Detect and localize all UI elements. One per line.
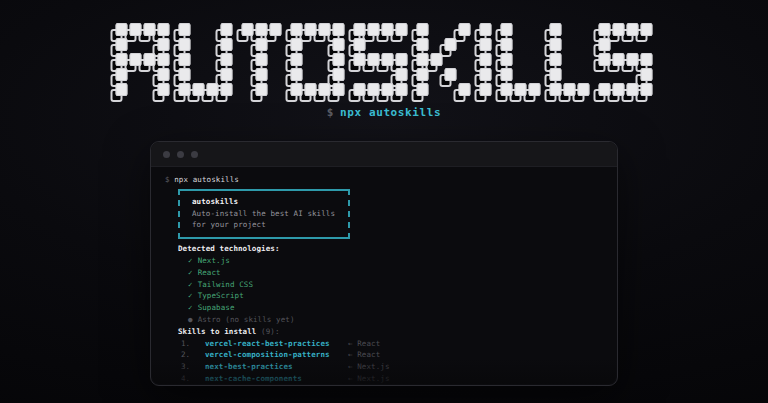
banner-title: autoskills xyxy=(192,196,336,208)
skill-name: next-cache-components xyxy=(205,373,348,385)
skill-number: 3. xyxy=(181,361,205,373)
banner-description-line2: for your project xyxy=(192,219,336,231)
tech-status-icon: ✓ xyxy=(188,268,193,277)
skills-count: (9): xyxy=(261,327,279,336)
logo-letter-K xyxy=(417,23,471,96)
logo-letter-L xyxy=(501,23,541,96)
detected-technologies-heading: Detected technologies: xyxy=(178,243,603,255)
tech-status-icon: ✓ xyxy=(188,256,193,265)
tagline: $npx autoskills xyxy=(0,106,768,119)
logo-letter-S xyxy=(599,23,653,96)
skill-list-item: 4.next-cache-components← Next.js xyxy=(178,373,603,385)
tech-label: Astro (no skills yet) xyxy=(198,315,295,324)
tech-status-icon: ● xyxy=(188,315,193,324)
tech-status-icon: ✓ xyxy=(188,280,193,289)
skill-name: next-best-practices xyxy=(205,361,348,373)
skill-source: ← Next.js xyxy=(348,373,390,385)
skill-name: vercel-react-best-practices xyxy=(205,338,348,350)
skill-source: ← Next.js xyxy=(348,361,390,373)
terminal-content: $ npx autoskills autoskills Auto-install… xyxy=(151,167,617,385)
tech-list-item: ✓React xyxy=(178,267,603,279)
autoskills-pixel-logo xyxy=(116,23,653,96)
tech-status-icon: ✓ xyxy=(188,303,193,312)
tagline-prompt-symbol: $ xyxy=(327,106,334,119)
logo-letter-S xyxy=(354,23,408,96)
logo-letter-A xyxy=(116,23,170,96)
skill-list-item: 2.vercel-composition-patterns← React xyxy=(178,349,603,361)
tech-list-item: ✓Tailwind CSS xyxy=(178,279,603,291)
page-background: $npx autoskills $ npx autoskills autoski… xyxy=(0,0,768,403)
tech-list-item: ✓TypeScript xyxy=(178,290,603,302)
tech-list-item: ●Astro (no skills yet) xyxy=(178,314,603,326)
tech-label: Supabase xyxy=(198,303,235,312)
skill-list-item: 1.vercel-react-best-practices← React xyxy=(178,338,603,350)
tech-label: Tailwind CSS xyxy=(198,280,253,289)
tech-list-item: ✓Next.js xyxy=(178,255,603,267)
detected-technologies-list: ✓Next.js ✓React ✓Tailwind CSS ✓TypeScrip… xyxy=(178,255,603,326)
banner-box: autoskills Auto-install the best AI skil… xyxy=(178,189,350,239)
tagline-command-text: npx autoskills xyxy=(340,106,441,119)
prompt-symbol: $ xyxy=(165,175,170,184)
logo-letter-L xyxy=(550,23,590,96)
tech-label: Next.js xyxy=(198,256,230,265)
logo-letter-I xyxy=(480,23,492,96)
window-maximize-dot-icon[interactable] xyxy=(191,151,198,158)
skills-to-install-list: 1.vercel-react-best-practices← React 2.v… xyxy=(178,338,603,385)
logo-letter-O xyxy=(291,23,345,96)
skill-number: 1. xyxy=(181,338,205,350)
logo-letter-T xyxy=(242,23,282,96)
command-line: $ npx autoskills xyxy=(165,174,603,186)
skill-source: ← React xyxy=(348,338,380,350)
skill-source: ← React xyxy=(348,349,380,361)
banner-description-line1: Auto-install the best AI skills xyxy=(192,208,336,220)
terminal-titlebar[interactable] xyxy=(151,142,617,167)
skill-number: 4. xyxy=(181,373,205,385)
tech-status-icon: ✓ xyxy=(188,291,193,300)
terminal-window: $ npx autoskills autoskills Auto-install… xyxy=(150,141,618,386)
skill-number: 2. xyxy=(181,349,205,361)
command-text: npx autoskills xyxy=(174,175,239,184)
tech-list-item: ✓Supabase xyxy=(178,302,603,314)
cli-output: autoskills Auto-install the best AI skil… xyxy=(178,189,603,385)
window-minimize-dot-icon[interactable] xyxy=(177,151,184,158)
tech-label: TypeScript xyxy=(198,291,244,300)
tech-label: React xyxy=(198,268,221,277)
skills-heading-text: Skills to install xyxy=(178,327,256,336)
logo-letter-U xyxy=(179,23,233,96)
window-close-dot-icon[interactable] xyxy=(163,151,170,158)
skills-to-install-heading: Skills to install (9): xyxy=(178,326,603,338)
skill-list-item: 3.next-best-practices← Next.js xyxy=(178,361,603,373)
skill-name: vercel-composition-patterns xyxy=(205,349,348,361)
